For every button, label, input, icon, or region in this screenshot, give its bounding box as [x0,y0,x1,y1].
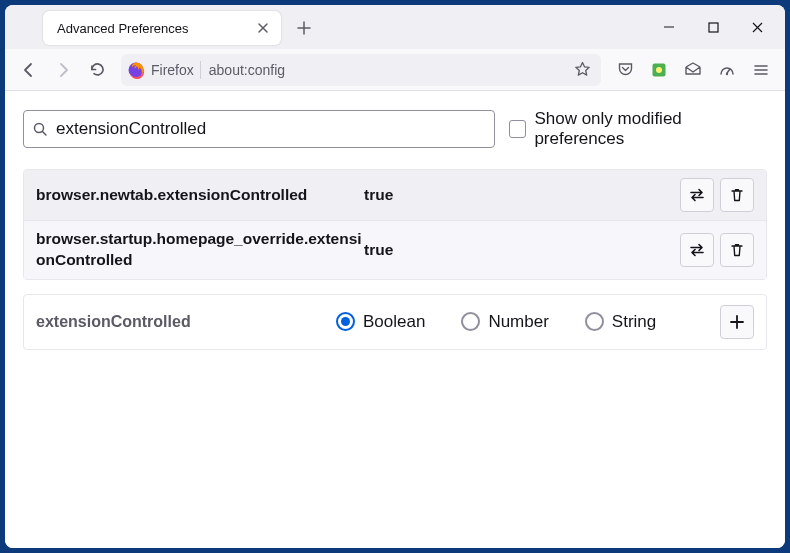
type-radio-group: Boolean Number String [336,312,720,332]
window-close-button[interactable] [735,10,779,44]
delete-button[interactable] [720,178,754,212]
firefox-logo-icon [127,61,145,79]
window-controls [647,5,779,49]
urlbar-address: about:config [209,62,569,78]
url-bar[interactable]: Firefox about:config [121,54,601,86]
browser-tab[interactable]: Advanced Preferences [43,11,281,45]
show-modified-toggle[interactable]: Show only modified preferences [509,109,767,149]
pref-row[interactable]: browser.startup.homepage_override.extens… [24,221,766,279]
radio-icon [336,312,355,331]
pref-value: true [364,241,680,259]
extension-icon[interactable] [643,54,675,86]
pref-value: true [364,186,680,204]
swap-arrows-icon [688,186,706,204]
new-tab-button[interactable] [289,13,319,43]
search-input[interactable]: extensionControlled [23,110,495,148]
radio-icon [585,312,604,331]
type-radio-label: String [612,312,656,332]
delete-button[interactable] [720,233,754,267]
urlbar-brand: Firefox [151,62,194,78]
toggle-button[interactable] [680,178,714,212]
urlbar-separator [200,61,201,79]
type-radio-number[interactable]: Number [461,312,548,332]
bookmark-star-icon[interactable] [569,57,595,83]
pocket-icon[interactable] [609,54,641,86]
new-pref-row: extensionControlled Boolean Number Strin… [23,294,767,350]
pref-name: browser.startup.homepage_override.extens… [36,229,364,271]
search-input-value: extensionControlled [56,119,206,139]
show-modified-label: Show only modified preferences [534,109,767,149]
type-radio-boolean[interactable]: Boolean [336,312,425,332]
add-pref-button[interactable] [720,305,754,339]
app-menu-button[interactable] [745,54,777,86]
checkbox-icon [509,120,526,138]
radio-icon [461,312,480,331]
dashboard-icon[interactable] [711,54,743,86]
plus-icon [729,314,745,330]
search-icon [32,121,50,137]
search-row: extensionControlled Show only modified p… [23,109,767,149]
tab-title: Advanced Preferences [57,21,255,36]
type-radio-string[interactable]: String [585,312,656,332]
tab-bar: Advanced Preferences [5,5,785,49]
browser-window: Advanced Preferences [5,5,785,548]
type-radio-label: Boolean [363,312,425,332]
svg-rect-0 [709,23,718,32]
row-actions [680,178,754,212]
trash-icon [729,187,745,203]
trash-icon [729,242,745,258]
row-actions [680,233,754,267]
inbox-icon[interactable] [677,54,709,86]
pref-row[interactable]: browser.newtab.extensionControlled true [24,170,766,221]
about-config-content: extensionControlled Show only modified p… [5,91,785,548]
pref-name: browser.newtab.extensionControlled [36,185,364,206]
toggle-button[interactable] [680,233,714,267]
nav-toolbar: Firefox about:config [5,49,785,91]
new-pref-name: extensionControlled [36,313,336,331]
swap-arrows-icon [688,241,706,259]
prefs-table: browser.newtab.extensionControlled true … [23,169,767,280]
svg-point-3 [656,67,662,73]
back-button[interactable] [13,54,45,86]
type-radio-label: Number [488,312,548,332]
forward-button[interactable] [47,54,79,86]
reload-button[interactable] [81,54,113,86]
maximize-button[interactable] [691,10,735,44]
close-icon[interactable] [255,20,271,36]
minimize-button[interactable] [647,10,691,44]
